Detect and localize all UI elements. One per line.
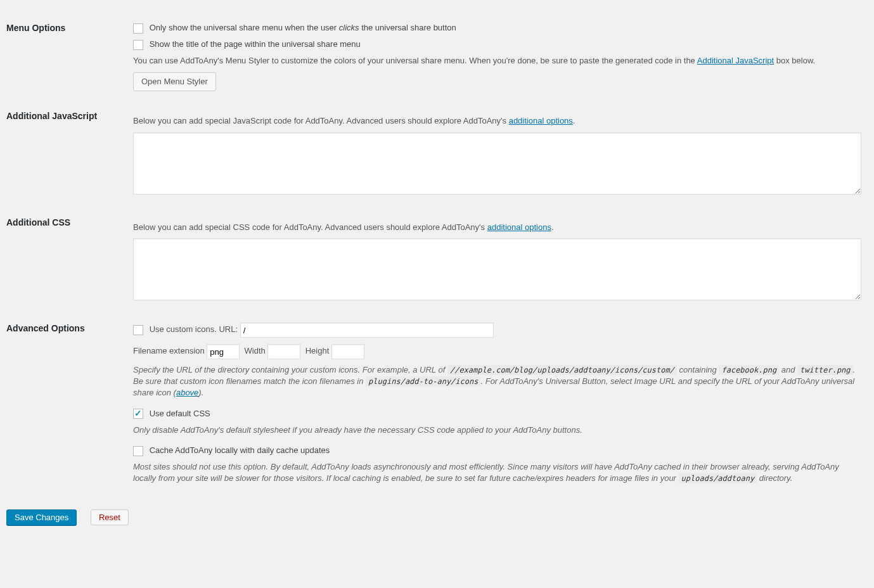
- show-title-checkbox[interactable]: [133, 40, 143, 50]
- width-input[interactable]: [267, 344, 300, 359]
- custom-icons-label: Use custom icons. URL:: [150, 325, 238, 335]
- custom-icons-description: Specify the URL of the directory contain…: [133, 364, 861, 399]
- additional-options-link-css[interactable]: additional options: [487, 222, 551, 232]
- above-link[interactable]: above: [176, 388, 198, 397]
- open-menu-styler-button[interactable]: Open Menu Styler: [133, 72, 216, 92]
- additional-js-textarea[interactable]: [133, 132, 861, 195]
- styler-text-b: box below.: [774, 56, 815, 65]
- reset-button[interactable]: Reset: [91, 509, 129, 525]
- only-on-click-em: clicks: [339, 23, 359, 32]
- use-default-css-label: Use default CSS: [150, 409, 210, 418]
- default-css-description: Only disable AddToAny's default styleshe…: [133, 425, 861, 436]
- filename-row: Filename extension Width Height: [133, 344, 861, 359]
- show-title-label: Show the title of the page within the un…: [150, 39, 361, 49]
- only-on-click-label-a: Only show the universal share menu when …: [150, 23, 339, 32]
- cache-locally-row: Cache AddToAny locally with daily cache …: [133, 445, 861, 456]
- only-on-click-checkbox[interactable]: [133, 23, 143, 34]
- js-intro-a: Below you can add special JavaScript cod…: [133, 116, 509, 125]
- additional-js-intro: Below you can add special JavaScript cod…: [133, 115, 861, 127]
- desc1-code2: facebook.png: [719, 365, 779, 375]
- cache-locally-label: Cache AddToAny locally with daily cache …: [150, 445, 330, 455]
- custom-icons-checkbox[interactable]: [133, 325, 143, 335]
- desc1-code3: twitter.png: [797, 365, 852, 375]
- desc1-a: Specify the URL of the directory contain…: [133, 365, 447, 374]
- additional-js-heading: Additional JavaScript: [6, 101, 133, 207]
- desc1-code4: plugins/add-to-any/icons: [366, 376, 480, 387]
- filename-ext-label: Filename extension: [133, 347, 205, 356]
- additional-javascript-link[interactable]: Additional JavaScript: [697, 56, 774, 65]
- additional-css-heading: Additional CSS: [6, 207, 133, 313]
- menu-options-heading: Menu Options: [6, 13, 133, 101]
- menu-styler-paragraph: You can use AddToAny's Menu Styler to cu…: [133, 55, 861, 67]
- custom-icons-url-input[interactable]: [240, 323, 494, 338]
- height-input[interactable]: [331, 344, 364, 359]
- filename-ext-input[interactable]: [207, 344, 240, 359]
- cache-locally-checkbox[interactable]: [133, 446, 143, 456]
- additional-options-link-js[interactable]: additional options: [509, 116, 573, 125]
- custom-icons-row: Use custom icons. URL:: [133, 323, 861, 338]
- css-intro-b: .: [551, 222, 554, 232]
- use-default-css-row: Use default CSS: [133, 408, 861, 419]
- desc1-b: containing: [677, 365, 719, 374]
- settings-form-table: Menu Options Only show the universal sha…: [6, 13, 868, 497]
- css-intro-a: Below you can add special CSS code for A…: [133, 222, 487, 232]
- additional-css-intro: Below you can add special CSS code for A…: [133, 222, 861, 233]
- save-changes-button[interactable]: Save Changes: [6, 509, 77, 525]
- submit-row: Save Changes Reset: [6, 509, 868, 525]
- advanced-options-heading: Advanced Options: [6, 313, 133, 497]
- width-label: Width: [245, 347, 266, 356]
- desc1-code1: //example.com/blog/uploads/addtoany/icon…: [447, 365, 677, 375]
- desc3-code: uploads/addtoany: [679, 473, 757, 483]
- desc1-c: and: [779, 365, 797, 374]
- show-title-row: Show the title of the page within the un…: [133, 39, 861, 50]
- styler-text-a: You can use AddToAny's Menu Styler to cu…: [133, 56, 697, 65]
- cache-description: Most sites should not use this option. B…: [133, 461, 861, 484]
- use-default-css-checkbox[interactable]: [133, 409, 143, 419]
- js-intro-b: .: [573, 116, 575, 125]
- only-on-click-row: Only show the universal share menu when …: [133, 22, 861, 34]
- desc1-f: ).: [198, 388, 203, 397]
- only-on-click-label-b: the universal share button: [359, 23, 456, 32]
- desc3-b: directory.: [757, 473, 792, 483]
- additional-css-textarea[interactable]: [133, 238, 861, 300]
- height-label: Height: [305, 347, 330, 356]
